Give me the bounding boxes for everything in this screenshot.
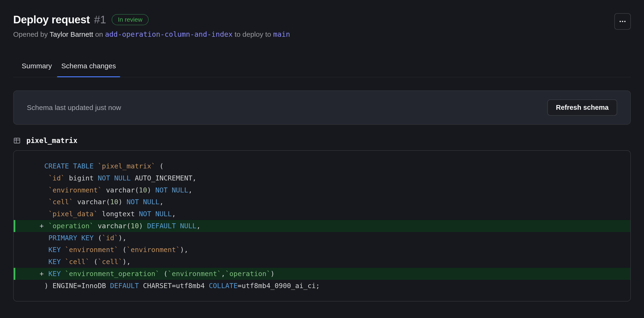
code-line: + KEY `environment_operation` (`environm… — [14, 268, 630, 280]
code-line: `id` bigint NOT NULL AUTO_INCREMENT, — [14, 172, 630, 184]
page-title: Deploy request — [13, 13, 90, 26]
diff-added-marker: + — [40, 268, 44, 280]
subtitle: Opened by Taylor Barnett on add-operatio… — [13, 30, 290, 38]
more-actions-button[interactable] — [614, 13, 631, 30]
diff-added-marker: + — [40, 220, 44, 232]
code-line: `pixel_data` longtext NOT NULL, — [14, 208, 630, 220]
code-line: ) ENGINE=InnoDB DEFAULT CHARSET=utf8mb4 … — [14, 280, 630, 292]
refresh-schema-button[interactable]: Refresh schema — [548, 100, 617, 116]
svg-point-1 — [622, 21, 623, 22]
code-line: + `operation` varchar(10) DEFAULT NULL, — [14, 220, 630, 232]
more-horizontal-icon — [618, 18, 626, 26]
svg-point-2 — [624, 21, 626, 22]
to-deploy-to-label: to deploy to — [234, 30, 271, 38]
code-line: KEY `cell` (`cell`), — [14, 256, 630, 268]
schema-last-updated-text: Schema last updated just now — [27, 104, 121, 112]
author-name: Taylor Barnett — [50, 30, 93, 38]
table-name: pixel_matrix — [26, 136, 78, 145]
schema-diff-code-block: CREATE TABLE `pixel_matrix` ( `id` bigin… — [13, 150, 631, 302]
opened-by-label: Opened by — [13, 30, 48, 38]
on-label: on — [95, 30, 103, 38]
svg-rect-3 — [14, 138, 20, 143]
code-line: `cell` varchar(10) NOT NULL, — [14, 196, 630, 208]
target-branch-link[interactable]: main — [273, 30, 290, 38]
code-line: KEY `environment` (`environment`), — [14, 244, 630, 256]
deploy-request-number: #1 — [94, 13, 106, 26]
tabs: Summary Schema changes — [13, 62, 631, 77]
code-line: `environment` varchar(10) NOT NULL, — [14, 184, 630, 196]
status-badge: In review — [112, 14, 148, 25]
svg-point-0 — [620, 21, 621, 22]
code-line: PRIMARY KEY (`id`), — [14, 232, 630, 244]
tab-summary[interactable]: Summary — [22, 62, 52, 77]
tab-schema-changes[interactable]: Schema changes — [61, 62, 116, 77]
source-branch-link[interactable]: add-operation-column-and-index — [105, 30, 233, 38]
schema-update-bar: Schema last updated just now Refresh sch… — [13, 90, 631, 124]
code-line: CREATE TABLE `pixel_matrix` ( — [14, 160, 630, 172]
table-icon — [13, 137, 21, 144]
